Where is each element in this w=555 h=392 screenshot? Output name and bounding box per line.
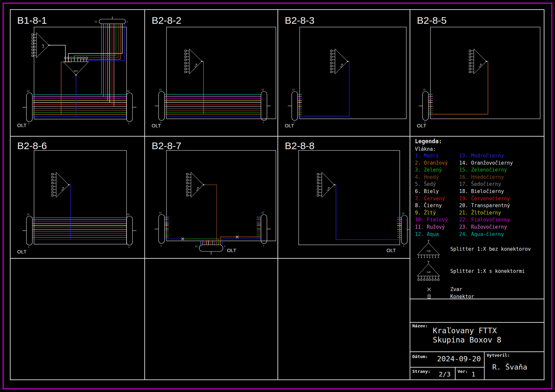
legend-fiber-item: 9. Žltý [415, 210, 459, 217]
panel-b2-8-7: B2-8-7 1x8 12 1 12 1 12 1 OLT [144, 136, 278, 258]
legend-fiber-item: 3. Zelený [415, 167, 459, 174]
titleblock-ver-box: Ver: 1 [455, 367, 484, 380]
olt-label: OLT [17, 122, 26, 128]
splitter-icon [32, 33, 51, 58]
datum-label: Dátum: [412, 354, 428, 359]
splice-icon [427, 287, 431, 291]
nazov-value: Kraľovany FTTX Skupina Boxov 8 [433, 326, 501, 344]
olt-label: OLT [152, 123, 161, 128]
vytvoril-label: Vytvoril: [487, 353, 510, 358]
cable-num: 12 [423, 88, 426, 91]
svg-text:1x8: 1x8 [426, 250, 430, 252]
cable-num: 12 [261, 88, 264, 91]
connector-icon [427, 294, 431, 299]
splice-marks [181, 236, 239, 240]
cable-num: 1 [160, 245, 162, 247]
legend-fiber-item: 21. Žltočierny [459, 210, 544, 217]
panel-title: B2-8-2 [152, 15, 181, 26]
cable-pills [22, 16, 136, 122]
strany-value: 2/3 [439, 370, 451, 378]
splitter-label: 1x8 [61, 187, 65, 192]
box-outline [34, 27, 127, 119]
splitter-icon [469, 49, 488, 74]
cable-num: 1 [263, 245, 264, 247]
splitter-label: 1x8 [194, 63, 198, 68]
panel-b2-8-2: B2-8-2 1x8 12 1 12 1 OLT [144, 9, 278, 136]
box-outline [34, 150, 127, 244]
titleblock-vytvoril-box: Vytvoril: R. Švaňa [484, 351, 544, 380]
legend-fiber-item: 12. Aqua [415, 231, 459, 239]
legend-fiber-item: 16. Hnedočierny [459, 174, 544, 181]
vytvoril-value: R. Švaňa [492, 363, 527, 371]
splitter-connectors-icon: 1x8 [415, 260, 443, 282]
panel-b2-8-5: B2-8-5 1x8 12 1 OLT [410, 9, 544, 136]
box-outline [166, 27, 276, 119]
splitter-icon [186, 172, 205, 197]
splitter-icon [330, 49, 349, 74]
panel-b2-8-3: B2-8-3 1x8 12 1 OLT [278, 9, 410, 136]
legend-fiber-item: 17. Šedočierny [459, 181, 544, 188]
legend-title: Legenda: [415, 138, 544, 145]
fiber-lines [165, 185, 261, 245]
legend-fiber-item: 18. Bieločierny [459, 188, 544, 196]
fiber-lines [428, 61, 488, 114]
legend-fiber-item: 11. Ružový [415, 224, 459, 231]
cable-num: 12 [127, 90, 130, 92]
panel-b1-8-1: B1-8-1 1x8 1x8 12 1 12 1 12 [10, 9, 144, 136]
legend-fiber-item: 6. Biely [415, 188, 459, 196]
splitter-label: 1x8 [196, 187, 200, 192]
legend-fiber-item: 8. Čierny [415, 203, 459, 210]
cable-num: 1 [127, 20, 128, 23]
box-outline [166, 150, 276, 241]
legend-fiber-item: 22. Fialovočierny [459, 217, 544, 224]
panel-title: B2-8-7 [152, 140, 181, 151]
cable-num: 12 [94, 20, 97, 23]
fiber-stubs [201, 241, 223, 245]
splitter-label: 1x8 [42, 44, 45, 49]
panel-title: B2-8-3 [285, 15, 314, 26]
titleblock-strany-box: Strany: 2/3 [410, 367, 455, 380]
splitter-no-connectors-icon: 1x8 [415, 239, 443, 259]
cable-num: 12 [292, 88, 295, 91]
cable-num: 12 [159, 212, 162, 214]
cable-pills [288, 91, 298, 120]
legend-fiber-item: 20. Transparentný [459, 203, 544, 210]
box-outline [299, 150, 400, 245]
legend-fiber-list: 1. Modrý2. Oranžový3. Zelený4. Hnedý5. Š… [415, 153, 544, 238]
box-outline [430, 27, 540, 119]
datum-value: 2024-09-20 [437, 355, 481, 363]
cable-num: 12 [261, 212, 264, 214]
splitter-icon [185, 49, 204, 74]
fiber-stubs [257, 217, 261, 239]
legend-subtitle: Vlákna: [415, 146, 544, 152]
panel-title: B2-8-5 [417, 15, 447, 26]
legend-fiber-item: 24. Aqua-čierny [459, 231, 544, 239]
legend-konektor: Konektor [415, 293, 544, 300]
splitter-icon [317, 172, 336, 197]
nazov-label: Názov: [412, 323, 428, 328]
fiber-lines [33, 24, 127, 116]
cable-num: 12 [195, 245, 198, 248]
cable-num: 12 [27, 213, 29, 216]
cable-num: 12 [27, 90, 29, 92]
olt-label: OLT [417, 123, 426, 128]
legend-splitter-no-conn: 1x8 Splitter 1:X bez konektorov [415, 239, 544, 259]
cable-num: 1 [224, 245, 225, 248]
panel-title: B2-8-8 [285, 140, 314, 151]
cable-pills [419, 91, 428, 120]
fiber-lines [298, 61, 349, 116]
ver-label: Ver: [458, 369, 468, 374]
legend-fiber-item: 4. Hnedý [415, 174, 459, 181]
olt-label: OLT [17, 249, 26, 254]
strany-label: Strany: [412, 369, 430, 374]
legend-fiber-item: 13. Modročierny [459, 153, 544, 160]
legend-fiber-item: 23. Ružovočierny [459, 224, 544, 231]
splitter-icon [52, 172, 70, 197]
cable-num: 1 [128, 122, 130, 125]
cable-pills [22, 216, 136, 245]
legend-zvar: Zvar [415, 286, 544, 293]
legend-fiber-item: 7. Červený [415, 196, 459, 203]
splitter-label: 1x8 [478, 63, 483, 68]
legend-splitter-conn: 1x8 Splitter 1:X s konektormi [415, 260, 544, 282]
cable-pills [155, 214, 271, 255]
